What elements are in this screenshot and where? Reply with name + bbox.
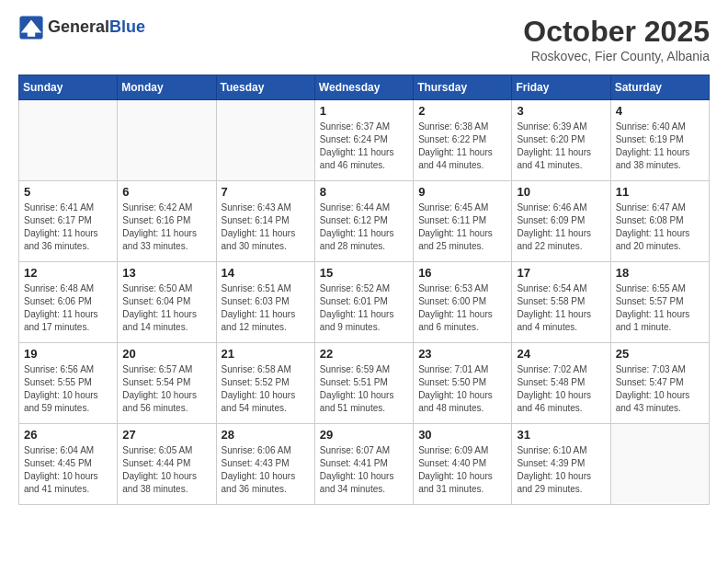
day-info: Sunrise: 6:05 AMSunset: 4:44 PMDaylight:… [122,444,210,496]
calendar-cell: 11Sunrise: 6:47 AMSunset: 6:08 PMDayligh… [610,181,709,262]
weekday-header-sunday: Sunday [19,75,118,100]
calendar-week-4: 19Sunrise: 6:56 AMSunset: 5:55 PMDayligh… [19,343,710,424]
title-block: October 2025 Roskovec, Fier County, Alba… [523,15,710,63]
day-number: 22 [320,347,408,361]
calendar-cell: 20Sunrise: 6:57 AMSunset: 5:54 PMDayligh… [118,343,216,424]
day-number: 9 [418,185,506,199]
calendar-cell: 2Sunrise: 6:38 AMSunset: 6:22 PMDaylight… [414,100,512,181]
calendar-cell: 29Sunrise: 6:07 AMSunset: 4:41 PMDayligh… [314,424,413,505]
day-number: 26 [24,428,112,442]
page: GeneralBlue October 2025 Roskovec, Fier … [0,0,728,520]
day-number: 29 [320,428,408,442]
day-number: 20 [122,347,210,361]
day-info: Sunrise: 6:42 AMSunset: 6:16 PMDaylight:… [122,201,210,253]
day-number: 6 [122,185,210,199]
calendar-cell: 12Sunrise: 6:48 AMSunset: 6:06 PMDayligh… [19,262,118,343]
day-info: Sunrise: 6:48 AMSunset: 6:06 PMDaylight:… [24,282,112,334]
calendar-cell: 9Sunrise: 6:45 AMSunset: 6:11 PMDaylight… [414,181,512,262]
logo-general: General [48,17,109,36]
day-info: Sunrise: 6:38 AMSunset: 6:22 PMDaylight:… [418,121,506,172]
day-info: Sunrise: 6:56 AMSunset: 5:55 PMDaylight:… [24,363,112,415]
day-info: Sunrise: 6:59 AMSunset: 5:51 PMDaylight:… [320,363,408,415]
calendar-cell: 15Sunrise: 6:52 AMSunset: 6:01 PMDayligh… [314,262,413,343]
day-number: 5 [24,185,112,199]
calendar-cell: 19Sunrise: 6:56 AMSunset: 5:55 PMDayligh… [19,343,118,424]
day-number: 1 [320,104,408,118]
day-number: 31 [517,428,605,442]
calendar-cell: 16Sunrise: 6:53 AMSunset: 6:00 PMDayligh… [414,262,512,343]
calendar-cell: 6Sunrise: 6:42 AMSunset: 6:16 PMDaylight… [118,181,216,262]
day-number: 12 [24,266,112,280]
logo-blue: Blue [109,17,145,36]
svg-rect-2 [28,30,35,37]
calendar-cell: 26Sunrise: 6:04 AMSunset: 4:45 PMDayligh… [19,424,118,505]
calendar-cell: 25Sunrise: 7:03 AMSunset: 5:47 PMDayligh… [610,343,709,424]
day-info: Sunrise: 6:45 AMSunset: 6:11 PMDaylight:… [418,201,506,253]
calendar-cell [118,100,216,181]
calendar-cell: 7Sunrise: 6:43 AMSunset: 6:14 PMDaylight… [216,181,314,262]
calendar-cell: 14Sunrise: 6:51 AMSunset: 6:03 PMDayligh… [216,262,314,343]
day-info: Sunrise: 7:02 AMSunset: 5:48 PMDaylight:… [517,363,605,415]
day-number: 23 [418,347,506,361]
day-number: 25 [616,347,704,361]
weekday-header-friday: Friday [512,75,610,100]
calendar-week-2: 5Sunrise: 6:41 AMSunset: 6:17 PMDaylight… [19,181,710,262]
day-number: 17 [517,266,605,280]
day-number: 14 [222,266,310,280]
day-info: Sunrise: 6:50 AMSunset: 6:04 PMDaylight:… [122,282,210,334]
day-number: 7 [222,185,310,199]
logo: GeneralBlue [18,15,145,40]
calendar-cell: 31Sunrise: 6:10 AMSunset: 4:39 PMDayligh… [512,424,610,505]
day-info: Sunrise: 6:39 AMSunset: 6:20 PMDaylight:… [517,121,605,172]
day-number: 19 [24,347,112,361]
logo-icon [18,15,44,40]
day-info: Sunrise: 6:37 AMSunset: 6:24 PMDaylight:… [320,121,408,172]
day-info: Sunrise: 6:46 AMSunset: 6:09 PMDaylight:… [517,201,605,253]
day-info: Sunrise: 6:43 AMSunset: 6:14 PMDaylight:… [222,201,310,253]
day-info: Sunrise: 6:58 AMSunset: 5:52 PMDaylight:… [222,363,310,415]
calendar-cell: 8Sunrise: 6:44 AMSunset: 6:12 PMDaylight… [314,181,413,262]
calendar-cell: 4Sunrise: 6:40 AMSunset: 6:19 PMDaylight… [610,100,709,181]
calendar-cell [19,100,118,181]
day-number: 15 [320,266,408,280]
calendar-week-5: 26Sunrise: 6:04 AMSunset: 4:45 PMDayligh… [19,424,710,505]
weekday-header-saturday: Saturday [610,75,709,100]
day-number: 13 [122,266,210,280]
day-info: Sunrise: 6:40 AMSunset: 6:19 PMDaylight:… [616,121,704,172]
calendar-cell: 24Sunrise: 7:02 AMSunset: 5:48 PMDayligh… [512,343,610,424]
day-info: Sunrise: 6:47 AMSunset: 6:08 PMDaylight:… [616,201,704,253]
day-number: 27 [122,428,210,442]
day-number: 11 [616,185,704,199]
header: GeneralBlue October 2025 Roskovec, Fier … [18,15,710,63]
calendar-cell: 28Sunrise: 6:06 AMSunset: 4:43 PMDayligh… [216,424,314,505]
month-title: October 2025 [523,15,710,49]
day-info: Sunrise: 6:41 AMSunset: 6:17 PMDaylight:… [24,201,112,253]
calendar-week-3: 12Sunrise: 6:48 AMSunset: 6:06 PMDayligh… [19,262,710,343]
day-number: 3 [517,104,605,118]
calendar-cell: 3Sunrise: 6:39 AMSunset: 6:20 PMDaylight… [512,100,610,181]
day-info: Sunrise: 7:03 AMSunset: 5:47 PMDaylight:… [616,363,704,415]
calendar-cell: 5Sunrise: 6:41 AMSunset: 6:17 PMDaylight… [19,181,118,262]
calendar-cell: 10Sunrise: 6:46 AMSunset: 6:09 PMDayligh… [512,181,610,262]
calendar-cell [216,100,314,181]
day-number: 28 [222,428,310,442]
day-info: Sunrise: 6:09 AMSunset: 4:40 PMDaylight:… [418,444,506,496]
calendar-week-1: 1Sunrise: 6:37 AMSunset: 6:24 PMDaylight… [19,100,710,181]
day-number: 8 [320,185,408,199]
day-info: Sunrise: 7:01 AMSunset: 5:50 PMDaylight:… [418,363,506,415]
weekday-header-wednesday: Wednesday [314,75,413,100]
calendar-cell: 1Sunrise: 6:37 AMSunset: 6:24 PMDaylight… [314,100,413,181]
location: Roskovec, Fier County, Albania [523,49,710,63]
calendar-cell: 27Sunrise: 6:05 AMSunset: 4:44 PMDayligh… [118,424,216,505]
calendar-cell: 30Sunrise: 6:09 AMSunset: 4:40 PMDayligh… [414,424,512,505]
day-info: Sunrise: 6:51 AMSunset: 6:03 PMDaylight:… [222,282,310,334]
day-info: Sunrise: 6:04 AMSunset: 4:45 PMDaylight:… [24,444,112,496]
day-number: 4 [616,104,704,118]
calendar-cell: 13Sunrise: 6:50 AMSunset: 6:04 PMDayligh… [118,262,216,343]
day-info: Sunrise: 6:44 AMSunset: 6:12 PMDaylight:… [320,201,408,253]
day-info: Sunrise: 6:52 AMSunset: 6:01 PMDaylight:… [320,282,408,334]
day-number: 21 [222,347,310,361]
day-info: Sunrise: 6:54 AMSunset: 5:58 PMDaylight:… [517,282,605,334]
day-info: Sunrise: 6:57 AMSunset: 5:54 PMDaylight:… [122,363,210,415]
calendar-table: SundayMondayTuesdayWednesdayThursdayFrid… [18,75,710,505]
